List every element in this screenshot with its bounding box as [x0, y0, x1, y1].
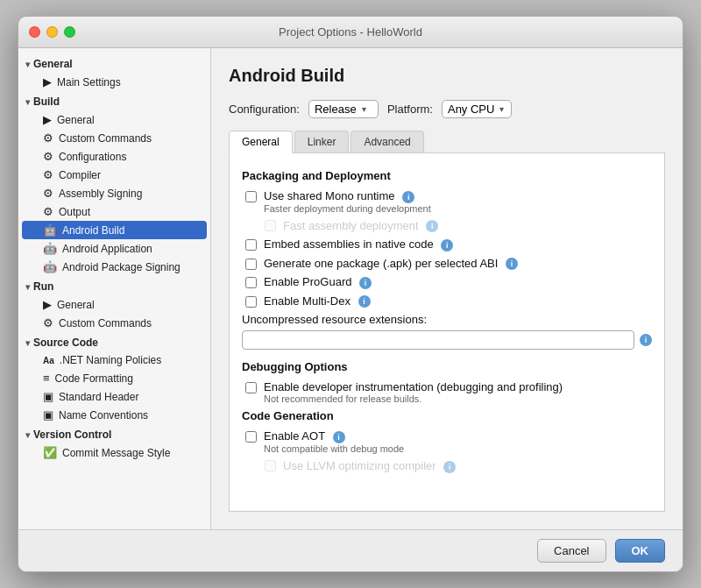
multidex-text: Enable Multi-Dex i	[264, 294, 371, 308]
checkbox-enable-aot[interactable]	[245, 431, 257, 443]
tab-general[interactable]: General	[229, 131, 293, 153]
checkbox-fast-assembly[interactable]	[265, 220, 276, 231]
sidebar-item-android-package-signing[interactable]: 🤖 Android Package Signing	[22, 258, 207, 276]
info-icon-embed[interactable]: i	[441, 239, 453, 251]
main-panel: Android Build Configuration: Release ▾ P…	[211, 48, 683, 529]
uncompressed-input[interactable]	[242, 330, 634, 350]
triangle-icon: ▶	[43, 75, 52, 89]
checkbox-shared-mono[interactable]	[245, 191, 257, 202]
info-icon-aot[interactable]: i	[333, 431, 345, 443]
embed-assemblies-text: Embed assemblies in native code i	[264, 237, 453, 251]
packaging-section-title: Packaging and Deployment	[242, 169, 652, 182]
gear-icon-5: ⚙	[43, 205, 53, 218]
close-button[interactable]	[29, 26, 40, 38]
gear-icon-2: ⚙	[43, 150, 53, 163]
sidebar-group-source-code: ▾ Source Code Aa .NET Naming Policies ≡ …	[18, 334, 210, 424]
configuration-select[interactable]: Release ▾	[308, 100, 379, 118]
info-icon-fast-assembly[interactable]: i	[426, 220, 438, 232]
checkbox-use-llvm[interactable]	[265, 460, 276, 471]
sidebar-group-build-label: Build	[33, 96, 60, 108]
info-icon-shared-mono[interactable]: i	[402, 191, 414, 203]
sidebar-group-build: ▾ Build ▶ General ⚙ Custom Commands ⚙ Co…	[18, 93, 210, 276]
checkbox-one-package[interactable]	[245, 259, 257, 270]
format-icon: ≡	[43, 372, 50, 385]
sidebar-item-naming-policies[interactable]: Aa .NET Naming Policies	[22, 351, 207, 369]
info-icon-one-package[interactable]: i	[506, 258, 518, 270]
sidebar-group-general-header[interactable]: ▾ General	[18, 55, 210, 73]
info-icon-proguard[interactable]: i	[359, 277, 372, 289]
sidebar-item-configurations[interactable]: ⚙ Configurations	[22, 147, 207, 166]
checkbox-developer-instrumentation[interactable]	[245, 382, 257, 393]
sidebar-item-compiler[interactable]: ⚙ Compiler	[22, 166, 207, 184]
android-icon: 🤖	[43, 223, 57, 237]
sidebar-group-run: ▾ Run ▶ General ⚙ Custom Commands	[18, 278, 210, 332]
sidebar-item-name-conventions[interactable]: ▣ Name Conventions	[22, 406, 207, 424]
info-icon-multidex[interactable]: i	[358, 295, 371, 308]
code-generation-section-title: Code Generation	[242, 409, 652, 422]
sidebar-item-run-custom-commands[interactable]: ⚙ Custom Commands	[22, 314, 207, 332]
sidebar-group-source-code-label: Source Code	[33, 337, 98, 349]
gear-icon-6: ⚙	[43, 316, 53, 329]
gear-icon: ⚙	[43, 131, 53, 145]
tab-linker[interactable]: Linker	[294, 131, 350, 152]
sidebar-item-android-application-label: Android Application	[62, 243, 152, 255]
sidebar-item-android-application[interactable]: 🤖 Android Application	[22, 239, 207, 258]
sidebar-item-android-build[interactable]: 🤖 Android Build	[22, 221, 207, 239]
sidebar-item-build-custom-commands[interactable]: ⚙ Custom Commands	[22, 129, 207, 147]
developer-instrumentation-label: Enable developer instrumentation (debugg…	[264, 380, 563, 393]
sidebar-item-code-formatting[interactable]: ≡ Code Formatting	[22, 369, 207, 387]
titlebar: Project Options - HelloWorld	[18, 17, 683, 48]
sidebar-item-standard-header-label: Standard Header	[59, 391, 138, 403]
window-title: Project Options - HelloWorld	[279, 25, 422, 39]
gear-icon-4: ⚙	[43, 187, 53, 200]
fast-assembly-label: Fast assembly deployment i	[283, 219, 438, 233]
sidebar-item-code-formatting-label: Code Formatting	[55, 372, 133, 385]
chevron-down-icon-4: ▾	[25, 338, 30, 348]
window: Project Options - HelloWorld ▾ General ▶…	[18, 16, 683, 572]
maximize-button[interactable]	[64, 26, 75, 38]
sidebar-item-assembly-signing-label: Assembly Signing	[59, 188, 142, 200]
checkbox-embed-assemblies[interactable]	[245, 239, 257, 251]
sidebar-item-run-general[interactable]: ▶ General	[22, 295, 207, 314]
enable-aot-sublabel: Not compatible with debug mode	[264, 443, 404, 454]
sidebar-item-main-settings-label: Main Settings	[57, 76, 121, 89]
tab-advanced[interactable]: Advanced	[350, 131, 423, 152]
sidebar-item-run-general-label: General	[57, 299, 95, 311]
sidebar-item-main-settings[interactable]: ▶ Main Settings	[22, 73, 207, 91]
sidebar-group-version-control-header[interactable]: ▾ Version Control	[18, 426, 210, 443]
info-icon-uncompressed[interactable]: i	[640, 334, 652, 346]
minimize-button[interactable]	[46, 26, 58, 38]
sidebar-item-commit-message-style[interactable]: ✅ Commit Message Style	[22, 443, 207, 462]
sidebar-group-build-header[interactable]: ▾ Build	[18, 93, 210, 110]
checkbox-proguard[interactable]	[245, 277, 257, 288]
play-icon-2: ▶	[43, 298, 52, 311]
multidex-label: Enable Multi-Dex i	[264, 294, 371, 308]
titlebar-buttons	[29, 26, 75, 38]
platform-select[interactable]: Any CPU ▾	[442, 100, 512, 118]
proguard-label: Enable ProGuard i	[264, 275, 372, 289]
sidebar-item-build-custom-commands-label: Custom Commands	[59, 132, 152, 145]
sidebar-item-standard-header[interactable]: ▣ Standard Header	[22, 387, 207, 406]
sidebar-group-source-code-header[interactable]: ▾ Source Code	[18, 334, 210, 351]
sidebar-item-name-conventions-label: Name Conventions	[59, 409, 148, 422]
gear-icon-3: ⚙	[43, 168, 53, 181]
ok-button[interactable]: OK	[615, 539, 666, 563]
sidebar-item-build-general[interactable]: ▶ General	[22, 110, 207, 129]
checkmark-icon: ✅	[43, 446, 57, 459]
cancel-button[interactable]: Cancel	[537, 539, 605, 563]
one-package-label: Generate one package (.apk) per selected…	[264, 257, 518, 271]
chevron-down-icon-3: ▾	[25, 282, 30, 292]
sidebar-group-run-header[interactable]: ▾ Run	[18, 278, 210, 295]
sidebar-group-general-label: General	[33, 58, 73, 70]
checkbox-multidex[interactable]	[245, 296, 257, 308]
option-enable-aot: Enable AOT i Not compatible with debug m…	[242, 429, 652, 454]
sidebar-item-output[interactable]: ⚙ Output	[22, 202, 207, 221]
sidebar-item-assembly-signing[interactable]: ⚙ Assembly Signing	[22, 184, 207, 202]
sidebar-group-general: ▾ General ▶ Main Settings	[18, 55, 210, 91]
sidebar-item-build-general-label: General	[57, 114, 95, 126]
play-icon: ▶	[43, 113, 52, 126]
info-icon-llvm[interactable]: i	[443, 461, 456, 473]
uncompressed-label: Uncompressed resource extensions:	[242, 313, 652, 326]
option-shared-mono: Use shared Mono runtime i Faster deploym…	[242, 189, 652, 214]
android-icon-3: 🤖	[43, 260, 57, 273]
